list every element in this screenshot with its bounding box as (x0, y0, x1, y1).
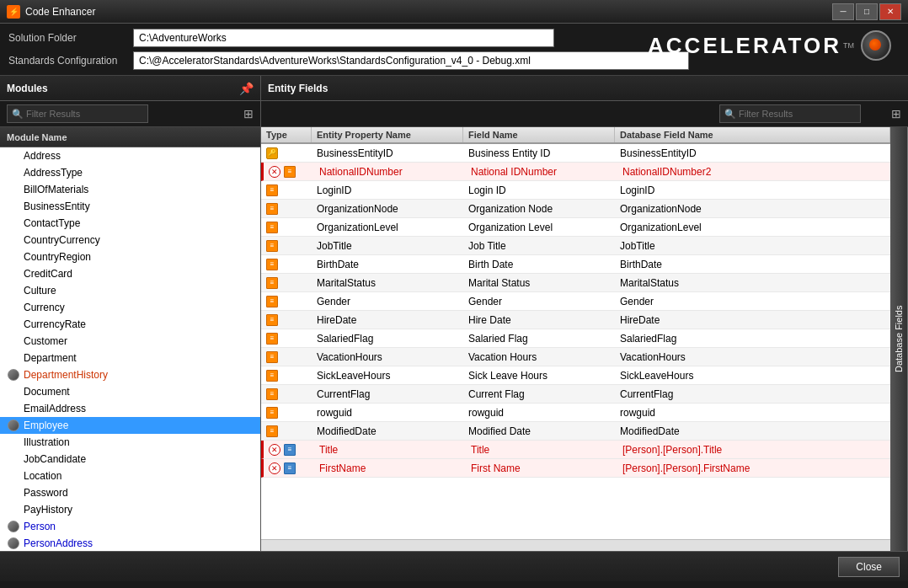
database-fields-tab[interactable]: Database Fields (890, 127, 908, 551)
cell-fname: Job Title (463, 238, 615, 254)
table-row[interactable]: ≡ LoginID Login ID LoginID (261, 181, 890, 200)
table-row[interactable]: ✕≡ FirstName First Name [Person].[Person… (261, 459, 890, 478)
module-item[interactable]: JobCandidate (0, 451, 260, 468)
footer: Close (0, 551, 908, 581)
module-item[interactable]: CurrencyRate (0, 316, 260, 333)
table-row[interactable]: ≡ ModifiedDate Modified Date ModifiedDat… (261, 422, 890, 441)
module-item[interactable]: PayHistory (0, 501, 260, 518)
module-list[interactable]: AddressAddressTypeBillOfMaterialsBusines… (0, 147, 260, 551)
table-row[interactable]: ≡ OrganizationLevel Organization Level O… (261, 218, 890, 237)
minimize-button[interactable]: ─ (832, 3, 854, 20)
modules-filter-wrapper: 🔍 (7, 104, 240, 123)
maximize-button[interactable]: □ (856, 3, 878, 20)
horizontal-scrollbar[interactable] (261, 539, 890, 551)
table-row[interactable]: ≡ MaritalStatus Marital Status MaritalSt… (261, 274, 890, 292)
module-item-label: EmailAddress (24, 403, 86, 414)
entity-search-icon: 🔍 (724, 109, 736, 120)
cell-epname: BusinessEntityID (312, 146, 463, 161)
cell-epname: rowguid (312, 405, 463, 420)
table-row[interactable]: ✕≡ NationalIDNumber National IDNumber Na… (261, 163, 890, 181)
table-row[interactable]: ≡ VacationHours Vacation Hours VacationH… (261, 348, 890, 366)
cell-type: ≡ (261, 424, 312, 439)
field-icon: ≡ (284, 166, 296, 178)
module-item[interactable]: AddressType (0, 164, 260, 181)
field-icon: ≡ (266, 277, 278, 289)
cell-fname: Login ID (463, 183, 615, 198)
module-item[interactable]: BusinessEntity (0, 198, 260, 215)
cell-type: ≡ (261, 368, 312, 383)
modules-search-icon: 🔍 (12, 109, 24, 120)
field-icon: ≡ (266, 370, 278, 382)
module-item-label: Customer (24, 335, 67, 347)
cell-dbname: JobTitle (615, 238, 890, 254)
module-item-label: Person (24, 521, 56, 532)
table-row[interactable]: ≡ BirthDate Birth Date BirthDate (261, 255, 890, 274)
cell-fname: Organization Node (463, 201, 615, 216)
module-item-label: BusinessEntity (24, 200, 90, 212)
module-item[interactable]: Address (0, 147, 260, 164)
cell-fname: First Name (466, 461, 617, 476)
close-button[interactable]: Close (838, 557, 900, 577)
module-item-label: Location (24, 470, 61, 482)
modules-column-header: Module Name (0, 127, 260, 147)
modules-filter-bar: 🔍 ⊞ (0, 101, 260, 127)
standards-config-input[interactable] (133, 51, 689, 70)
header-area: Solution Folder Standards Configuration … (0, 24, 908, 76)
cell-dbname: [Person].[Person].FirstName (617, 461, 890, 476)
cell-epname: CurrentFlag (312, 387, 463, 402)
module-item[interactable]: EmailAddress (0, 400, 260, 417)
modules-columns-button[interactable]: ⊞ (243, 107, 254, 120)
table-row[interactable]: ≡ SalariedFlag Salaried Flag SalariedFla… (261, 329, 890, 348)
module-item[interactable]: Location (0, 468, 260, 484)
module-item[interactable]: DepartmentHistory (0, 366, 260, 383)
close-window-button[interactable]: ✕ (879, 3, 901, 20)
module-item[interactable]: Employee (0, 417, 260, 434)
cell-epname: BirthDate (312, 257, 463, 272)
solution-folder-input[interactable] (133, 29, 554, 47)
table-row[interactable]: 🔑 BusinessEntityID Business Entity ID Bu… (261, 144, 890, 163)
module-item[interactable]: Password (0, 484, 260, 501)
field-icon: ≡ (266, 240, 278, 252)
module-group-icon (7, 520, 20, 533)
module-item[interactable]: CountryCurrency (0, 232, 260, 249)
cell-fname: Salaried Flag (463, 331, 615, 346)
standards-config-label: Standards Configuration (8, 55, 126, 67)
module-item[interactable]: Currency (0, 299, 260, 316)
table-row[interactable]: ≡ SickLeaveHours Sick Leave Hours SickLe… (261, 366, 890, 385)
link-icon: ≡ (284, 462, 296, 474)
module-item[interactable]: BillOfMaterials (0, 181, 260, 198)
fields-table[interactable]: Type Entity Property Name Field Name Dat… (261, 127, 890, 539)
cell-type: ≡ (261, 183, 312, 198)
entity-columns-button[interactable]: ⊞ (891, 107, 901, 120)
cell-epname: Title (314, 442, 466, 457)
module-item[interactable]: Department (0, 350, 260, 366)
module-group-icon (7, 419, 20, 432)
cell-type: ≡ (261, 350, 312, 365)
table-row[interactable]: ✕≡ Title Title [Person].[Person].Title (261, 441, 890, 459)
module-item[interactable]: Person (0, 518, 260, 535)
module-item[interactable]: ContactType (0, 215, 260, 232)
entity-filter-input[interactable] (719, 104, 861, 123)
pin-icon[interactable]: 📌 (239, 82, 254, 95)
module-item[interactable]: CountryRegion (0, 249, 260, 265)
table-row[interactable]: ≡ CurrentFlag Current Flag CurrentFlag (261, 385, 890, 404)
module-item-label: CountryCurrency (24, 234, 100, 246)
module-item[interactable]: PersonAddress (0, 535, 260, 551)
module-item[interactable]: Culture (0, 282, 260, 299)
table-row[interactable]: ≡ JobTitle Job Title JobTitle (261, 237, 890, 255)
logo-text: ACCELERATOR (648, 33, 841, 59)
table-row[interactable]: ≡ Gender Gender Gender (261, 292, 890, 311)
module-item[interactable]: Customer (0, 333, 260, 350)
module-item[interactable]: CreditCard (0, 265, 260, 282)
modules-filter-input[interactable] (7, 104, 148, 123)
module-item[interactable]: Document (0, 383, 260, 400)
cell-epname: OrganizationLevel (312, 220, 463, 235)
solution-folder-label: Solution Folder (8, 32, 126, 44)
module-item[interactable]: Illustration (0, 434, 260, 451)
module-item-label: DepartmentHistory (24, 369, 108, 381)
logo-tm: TM (843, 41, 854, 50)
table-row[interactable]: ≡ HireDate Hire Date HireDate (261, 311, 890, 329)
table-row[interactable]: ≡ rowguid rowguid rowguid (261, 404, 890, 422)
module-item-label: Employee (24, 420, 68, 431)
table-row[interactable]: ≡ OrganizationNode Organization Node Org… (261, 200, 890, 218)
